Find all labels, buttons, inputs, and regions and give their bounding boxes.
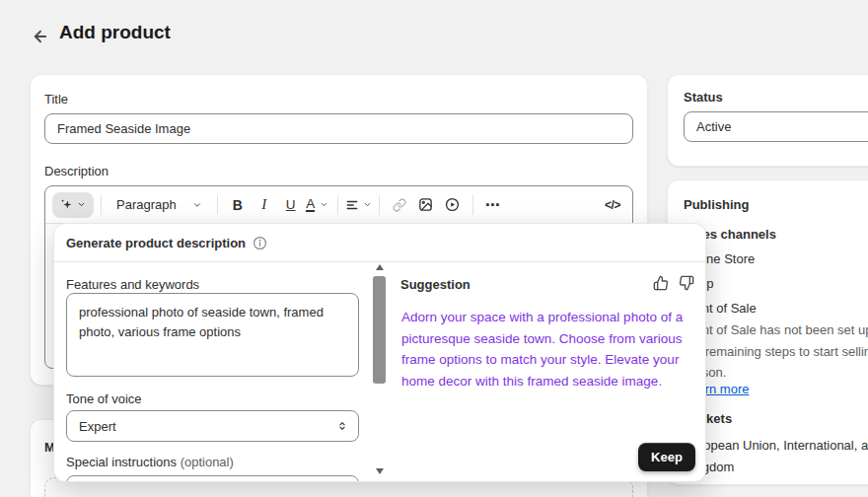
- scrollbar-thumb[interactable]: [373, 276, 386, 384]
- thumbs-up-icon: [653, 275, 669, 291]
- special-instructions-input[interactable]: [66, 475, 359, 482]
- popup-scrollbar[interactable]: [372, 263, 388, 480]
- status-select-value: Active: [696, 119, 731, 134]
- bold-button[interactable]: B: [225, 192, 251, 218]
- title-label: Title: [44, 92, 68, 106]
- chevron-down-icon: [320, 200, 328, 209]
- link-button[interactable]: [387, 192, 412, 218]
- underline-button[interactable]: U: [278, 192, 304, 218]
- toolbar-divider: [101, 195, 102, 215]
- popup-title: Generate product description: [66, 236, 246, 250]
- insert-image-button[interactable]: [413, 192, 439, 218]
- ai-magic-button[interactable]: [52, 192, 94, 218]
- features-keywords-textarea[interactable]: professional photo of seaside town, fram…: [66, 293, 359, 377]
- toolbar-divider: [472, 195, 473, 215]
- publishing-card-title: Publishing: [684, 197, 749, 212]
- play-circle-icon: [445, 197, 460, 212]
- tone-select-value: Expert: [79, 419, 116, 434]
- select-updown-icon: [336, 420, 348, 432]
- product-title-input[interactable]: [44, 113, 633, 144]
- suggestion-label: Suggestion: [400, 277, 470, 292]
- chevron-down-icon: [77, 200, 86, 209]
- scroll-up-icon[interactable]: [375, 263, 385, 271]
- magic-sparkle-icon: [60, 198, 73, 211]
- toolbar-divider: [337, 195, 338, 215]
- paragraph-style-dropdown[interactable]: Paragraph: [108, 192, 210, 218]
- align-left-icon: [345, 198, 359, 212]
- italic-button[interactable]: I: [252, 192, 277, 218]
- page-title: Add product: [59, 22, 171, 43]
- special-instructions-label: Special instructions (optional): [66, 455, 234, 469]
- link-icon: [393, 198, 406, 212]
- chevron-down-icon: [192, 200, 202, 210]
- features-label: Features and keywords: [66, 277, 199, 292]
- chevron-down-icon: [363, 200, 372, 209]
- toolbar-divider: [379, 195, 380, 215]
- more-options-button[interactable]: ⋯: [480, 192, 506, 218]
- popup-header: Generate product description: [54, 224, 705, 262]
- tone-select[interactable]: Expert: [66, 410, 359, 442]
- alignment-button[interactable]: [345, 192, 372, 218]
- description-label: Description: [44, 164, 108, 178]
- suggestion-text: Adorn your space with a professional pho…: [401, 307, 701, 391]
- special-instructions-optional-text: (optional): [181, 455, 234, 469]
- text-color-glyph: A: [306, 197, 315, 212]
- back-button[interactable]: [28, 24, 53, 49]
- thumbs-up-button[interactable]: [648, 271, 674, 295]
- markets-value: European Union, International, and Unite…: [684, 435, 868, 478]
- thumbs-down-button[interactable]: [674, 271, 699, 295]
- special-instructions-label-text: Special instructions: [66, 455, 177, 469]
- add-product-page: Add product Title Description Paragraph: [0, 0, 868, 497]
- info-icon[interactable]: [253, 236, 267, 250]
- toolbar-divider: [217, 195, 218, 215]
- text-color-button[interactable]: A: [305, 192, 330, 218]
- pos-setup-note: Point of Sale has not been set up. Finis…: [684, 320, 868, 384]
- insert-video-button[interactable]: [440, 192, 466, 218]
- generate-description-popup: Generate product description Features an…: [53, 223, 706, 482]
- image-icon: [418, 197, 433, 212]
- arrow-left-icon: [32, 28, 49, 45]
- status-select[interactable]: Active: [684, 111, 868, 142]
- keep-button[interactable]: Keep: [638, 443, 695, 471]
- status-card: Status Active: [667, 74, 868, 167]
- paragraph-style-label: Paragraph: [116, 197, 177, 212]
- scroll-down-icon[interactable]: [375, 467, 385, 475]
- tone-label: Tone of voice: [66, 391, 142, 406]
- show-html-button[interactable]: </>: [600, 192, 625, 218]
- thumbs-down-icon: [679, 275, 694, 291]
- editor-toolbar: Paragraph B I U A: [45, 186, 632, 224]
- status-card-title: Status: [684, 90, 723, 105]
